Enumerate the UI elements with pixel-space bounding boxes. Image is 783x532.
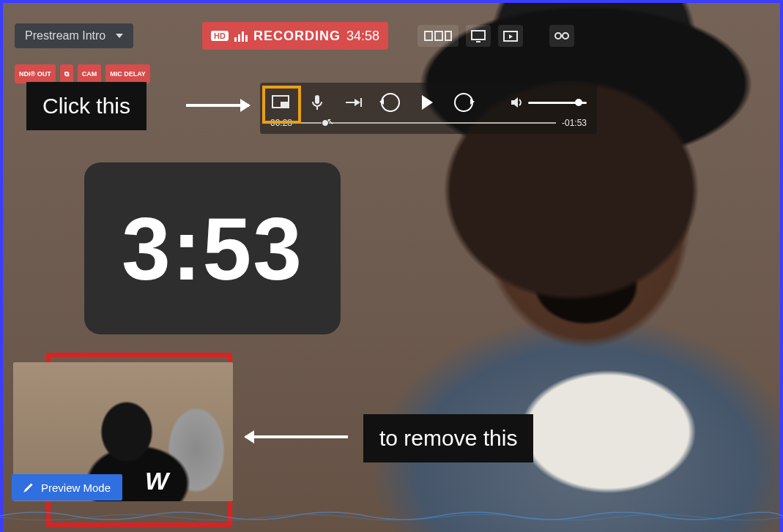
- rewind-10-button[interactable]: [380, 92, 401, 113]
- play-button[interactable]: [417, 92, 437, 113]
- picture-in-picture-button[interactable]: [270, 92, 291, 113]
- skip-to-end-button[interactable]: [344, 92, 364, 113]
- countdown-value: 3:53: [122, 198, 303, 299]
- volume-control[interactable]: [511, 97, 587, 108]
- forward-10-button[interactable]: [453, 92, 474, 113]
- preview-mode-button[interactable]: Preview Mode: [12, 474, 122, 501]
- camera-chip[interactable]: CAM: [78, 64, 102, 83]
- media-library-button[interactable]: [498, 25, 523, 47]
- chevron-down-icon: [116, 34, 123, 38]
- seek-bar[interactable]: ↖: [298, 122, 556, 124]
- recording-elapsed: 34:58: [346, 29, 379, 44]
- cursor-icon: ↖: [327, 116, 334, 127]
- multiview-button[interactable]: [418, 25, 459, 47]
- recording-indicator[interactable]: HD RECORDING 34:58: [202, 22, 388, 50]
- volume-slider[interactable]: [528, 102, 587, 104]
- app-border: [780, 0, 783, 532]
- svg-marker-14: [355, 99, 360, 106]
- pencil-icon: [23, 482, 34, 492]
- countdown-timer: 3:53: [84, 162, 341, 334]
- player-remaining-time: -01:53: [562, 118, 587, 128]
- header-view-buttons: [418, 25, 574, 47]
- svg-rect-3: [472, 31, 485, 40]
- speaker-icon: [511, 97, 524, 108]
- annotation-text: to remove this: [379, 426, 517, 450]
- svg-marker-6: [509, 34, 513, 39]
- svg-rect-11: [315, 95, 319, 104]
- hd-badge: HD: [211, 31, 229, 41]
- audio-waveform: [0, 506, 783, 526]
- svg-rect-2: [445, 31, 451, 40]
- annotation-click-this: Click this: [26, 82, 146, 130]
- app-border: [0, 0, 3, 532]
- recording-label: RECORDING: [253, 29, 341, 44]
- screen-share-chip[interactable]: ⧉: [60, 64, 73, 83]
- svg-rect-1: [435, 31, 442, 40]
- svg-point-8: [563, 33, 568, 39]
- thumbnail-overlay-letter: W: [145, 467, 168, 495]
- audio-level-icon: [234, 30, 248, 42]
- annotation-text: Click this: [42, 94, 130, 118]
- svg-rect-0: [425, 31, 432, 40]
- audio-mixer-button[interactable]: [549, 25, 574, 47]
- status-chip-row: NDI® OUT ⧉ CAM MIC DELAY: [15, 64, 150, 83]
- display-button[interactable]: [466, 25, 491, 47]
- svg-marker-16: [511, 97, 518, 108]
- annotation-remove-this: to remove this: [363, 414, 533, 462]
- app-border: [0, 0, 783, 3]
- player-current-time: 00:28: [270, 118, 292, 128]
- svg-point-7: [555, 33, 561, 39]
- streaming-app-stage: Prestream Intro NDI® OUT ⧉ CAM MIC DELAY…: [0, 0, 783, 532]
- arrow-right-icon: [186, 104, 249, 107]
- arrow-left-icon: [245, 435, 348, 438]
- preview-mode-label: Preview Mode: [41, 482, 111, 494]
- scene-selector-label: Prestream Intro: [25, 29, 105, 42]
- media-player-bar: 00:28 ↖ -01:53: [260, 83, 597, 134]
- ndi-out-chip[interactable]: NDI® OUT: [15, 64, 56, 83]
- svg-rect-10: [281, 102, 288, 107]
- scene-selector[interactable]: Prestream Intro: [15, 23, 133, 48]
- microphone-icon[interactable]: [307, 92, 327, 113]
- mic-delay-chip[interactable]: MIC DELAY: [105, 64, 150, 83]
